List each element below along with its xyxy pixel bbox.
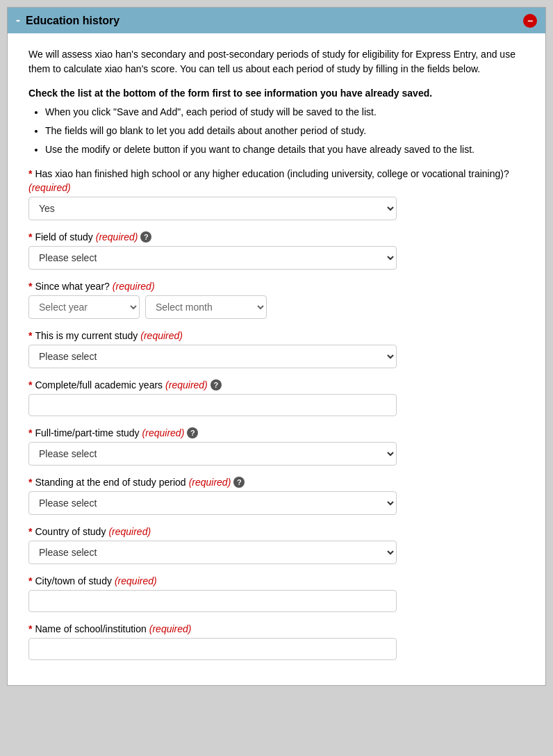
required-star: * <box>28 575 32 586</box>
year-select[interactable]: Select year <box>28 295 140 319</box>
label-text: Name of school/institution <box>35 623 146 634</box>
finished-school-label: * Has xiao han finished high school or a… <box>28 168 525 193</box>
required-star: * <box>28 168 32 179</box>
label-text: Complete/full academic years <box>35 379 163 391</box>
required-indicator: (required) <box>113 281 155 292</box>
field-of-study-select[interactable]: Please select <box>28 246 397 270</box>
label-text: Country of study <box>35 526 106 537</box>
required-indicator: (required) <box>115 575 157 586</box>
standing-field: * Standing at the end of study period (r… <box>28 477 525 515</box>
help-icon[interactable]: ? <box>211 379 222 391</box>
required-star: * <box>28 427 32 438</box>
label-text: Has xiao han finished high school or any… <box>35 168 509 179</box>
city-field: * City/town of study (required) <box>28 575 525 612</box>
close-button[interactable]: − <box>523 14 537 28</box>
current-study-select[interactable]: Please select <box>28 345 397 368</box>
instructions-list: When you click "Save and Add", each peri… <box>28 105 525 157</box>
required-star: * <box>28 330 32 341</box>
month-select[interactable]: Select month <box>145 295 267 319</box>
city-input[interactable] <box>28 590 397 612</box>
label-text: Since what year? <box>35 281 109 292</box>
required-indicator: (required) <box>140 330 183 341</box>
required-indicator: (required) <box>149 623 192 634</box>
form-content: We will assess xiao han's secondary and … <box>8 33 545 685</box>
academic-years-input[interactable] <box>28 394 397 416</box>
education-history-form: - Education history − We will assess xia… <box>7 7 546 686</box>
institution-label: * Name of school/institution (required) <box>28 623 525 634</box>
required-indicator: (required) <box>189 477 231 488</box>
intro-paragraph: We will assess xiao han's secondary and … <box>28 47 525 76</box>
academic-years-field: * Complete/full academic years (required… <box>28 379 525 416</box>
required-star: * <box>28 623 32 634</box>
required-indicator: (required) <box>108 526 151 537</box>
label-text: This is my current study <box>35 330 138 341</box>
help-icon[interactable]: ? <box>140 231 151 243</box>
required-indicator: (required) <box>96 231 138 243</box>
required-star: * <box>28 231 32 243</box>
institution-field: * Name of school/institution (required) <box>28 623 525 660</box>
year-month-row: Select year Select month <box>28 295 525 319</box>
current-study-label: * This is my current study (required) <box>28 330 525 341</box>
country-select[interactable]: Please select <box>28 541 397 564</box>
finished-school-field: * Has xiao han finished high school or a… <box>28 168 525 220</box>
checklist-intro: Check the list at the bottom of the form… <box>28 86 525 101</box>
form-title: Education history <box>26 15 119 27</box>
required-indicator: (required) <box>165 379 208 391</box>
list-item: The fields will go blank to let you add … <box>45 124 525 138</box>
list-item: When you click "Save and Add", each peri… <box>45 105 525 120</box>
institution-input[interactable] <box>28 638 397 660</box>
fulltime-parttime-select[interactable]: Please select <box>28 442 397 466</box>
list-item: Use the modify or delete button if you w… <box>45 142 525 157</box>
required-indicator: (required) <box>28 182 71 193</box>
since-year-label: * Since what year? (required) <box>28 281 525 292</box>
country-field: * Country of study (required) Please sel… <box>28 526 525 564</box>
country-label: * Country of study (required) <box>28 526 525 537</box>
label-text: City/town of study <box>35 575 112 586</box>
field-of-study-label: * Field of study (required) ? <box>28 231 525 243</box>
current-study-field: * This is my current study (required) Pl… <box>28 330 525 368</box>
fulltime-parttime-label: * Full-time/part-time study (required) ? <box>28 427 525 438</box>
standing-select[interactable]: Please select <box>28 491 397 515</box>
required-star: * <box>28 281 32 292</box>
required-star: * <box>28 379 32 391</box>
finished-school-select[interactable]: Yes No <box>28 197 397 220</box>
required-star: * <box>28 477 32 488</box>
label-text: Field of study <box>35 231 92 243</box>
required-indicator: (required) <box>142 427 185 438</box>
city-label: * City/town of study (required) <box>28 575 525 586</box>
header-left: - Education history <box>16 13 119 28</box>
label-text: Standing at the end of study period <box>35 477 185 488</box>
form-header: - Education history − <box>8 8 545 33</box>
standing-label: * Standing at the end of study period (r… <box>28 477 525 488</box>
academic-years-label: * Complete/full academic years (required… <box>28 379 525 391</box>
fulltime-parttime-field: * Full-time/part-time study (required) ?… <box>28 427 525 466</box>
label-text: Full-time/part-time study <box>35 427 139 438</box>
help-icon[interactable]: ? <box>233 477 245 488</box>
help-icon[interactable]: ? <box>187 427 198 438</box>
collapse-icon[interactable]: - <box>16 13 20 28</box>
field-of-study-field: * Field of study (required) ? Please sel… <box>28 231 525 270</box>
since-year-field: * Since what year? (required) Select yea… <box>28 281 525 319</box>
required-star: * <box>28 526 32 537</box>
